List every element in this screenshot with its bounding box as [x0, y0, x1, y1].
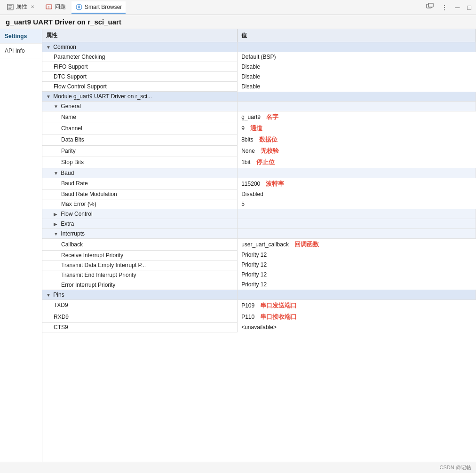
annotation-text: 名字 [261, 113, 278, 121]
data-row-value[interactable]: P109串口发送端口 [238, 300, 476, 311]
sidebar: Settings API Info [0, 29, 42, 470]
value-text: None [241, 148, 255, 154]
data-row-name: Receive Interrupt Priority [42, 250, 238, 260]
data-row-value[interactable]: 9通道 [238, 123, 476, 134]
annotation-text: 回调函数 [289, 240, 319, 249]
section-sub-row-value [238, 219, 476, 229]
annotation-text: 停止位 [251, 158, 275, 166]
page-title: g_uart9 UART Driver on r_sci_uart [0, 15, 476, 29]
data-row-value[interactable]: 5 [238, 199, 476, 209]
data-row-name: Error Interrupt Priority [42, 280, 238, 290]
section-row-name[interactable]: ▼ Common [42, 42, 238, 52]
section-sub-row-name[interactable]: ▶ Extra [42, 219, 238, 229]
toggle-icon[interactable]: ▼ [54, 104, 59, 109]
tab-properties[interactable]: 属性 ✕ [3, 1, 40, 14]
value-text: Disable [241, 63, 260, 70]
maximize-button[interactable]: □ [466, 3, 473, 12]
data-row-value[interactable]: None无校验 [238, 145, 476, 157]
value-text: P110 [241, 314, 254, 320]
toggle-icon[interactable]: ▼ [54, 231, 59, 236]
tab-problems[interactable]: ! 问题 [41, 1, 70, 14]
value-text: <unavailable> [241, 324, 277, 331]
tab-bar-actions: ⋮ ─ □ [424, 2, 473, 13]
properties-table: 属性 值 ▼ CommonParameter CheckingDefault (… [42, 29, 476, 332]
tab-smart-browser-label: Smart Browser [85, 4, 122, 10]
data-row-name: Transmit End Interrupt Priority [42, 270, 238, 280]
data-row-value[interactable]: user_uart_callback回调函数 [238, 239, 476, 250]
problems-icon: ! [45, 3, 53, 11]
data-row-value[interactable]: Priority 12 [238, 260, 476, 269]
data-row-value[interactable]: Priority 12 [238, 270, 476, 279]
col-header-property: 属性 [42, 29, 238, 42]
value-text: Priority 12 [241, 261, 267, 268]
toggle-icon[interactable]: ▼ [46, 94, 52, 99]
properties-icon [7, 3, 14, 11]
value-text: Disable [241, 73, 260, 80]
more-button[interactable]: ⋮ [439, 3, 450, 12]
section-row-value [238, 290, 476, 300]
tab-properties-label: 属性 [16, 3, 27, 11]
data-row-value[interactable]: P110串口接收端口 [238, 311, 476, 323]
data-row-value[interactable]: Disabled [238, 189, 476, 199]
data-row-name: Data Bits [42, 134, 238, 145]
section-row-value [238, 42, 476, 52]
data-row-value[interactable]: Priority 12 [238, 250, 476, 260]
section-sub-row-name[interactable]: ▼ General [42, 102, 238, 111]
minimize-button[interactable]: ─ [453, 3, 462, 12]
data-row-name: Name [42, 111, 238, 123]
col-header-value: 值 [238, 29, 476, 42]
svg-rect-11 [428, 3, 433, 7]
toggle-icon[interactable]: ▶ [54, 212, 59, 217]
data-row-value[interactable]: Disable [238, 62, 476, 71]
sidebar-item-settings[interactable]: Settings [0, 29, 42, 44]
value-text: P109 [241, 302, 254, 309]
data-row-value[interactable]: Disable [238, 82, 476, 91]
data-row-value[interactable]: Disable [238, 72, 476, 81]
annotation-text: 通道 [245, 124, 262, 133]
svg-point-7 [78, 6, 80, 8]
data-row-value[interactable]: g_uart9名字 [238, 111, 476, 123]
tab-problems-label: 问题 [55, 3, 66, 11]
section-row-value [238, 92, 476, 102]
data-row-value[interactable]: <unavailable> [238, 323, 476, 332]
tab-smart-browser[interactable]: Smart Browser [71, 1, 126, 14]
annotation-text: 波特率 [260, 180, 284, 188]
tab-properties-close[interactable]: ✕ [29, 4, 36, 10]
section-sub-row-value [238, 168, 476, 178]
toggle-icon[interactable]: ▶ [54, 221, 59, 227]
section-sub-row-value [238, 102, 476, 111]
value-text: user_uart_callback [241, 241, 289, 248]
toggle-icon[interactable]: ▼ [46, 45, 52, 50]
data-row-value[interactable]: 8bits数据位 [238, 134, 476, 145]
value-text: Default (BSP) [241, 54, 276, 60]
main-layout: Settings API Info 属性 值 ▼ CommonParameter… [0, 29, 476, 470]
section-row-name[interactable]: ▼ Pins [42, 290, 238, 300]
toggle-icon[interactable]: ▼ [54, 171, 59, 176]
data-row-name: Flow Control Support [42, 82, 238, 92]
data-row-value[interactable]: Priority 12 [238, 280, 476, 289]
section-sub-row-name[interactable]: ▼ Baud [42, 168, 238, 178]
data-row-name: Stop Bits [42, 157, 238, 168]
value-text: Disabled [241, 191, 263, 197]
sidebar-item-api-info[interactable]: API Info [0, 44, 42, 58]
section-row-name[interactable]: ▼ Module g_uart9 UART Driver on r_sci... [42, 92, 238, 102]
value-text: Priority 12 [241, 271, 267, 278]
data-row-name: TXD9 [42, 300, 238, 311]
data-row-value[interactable]: 1bit停止位 [238, 157, 476, 168]
value-text: 1bit [241, 159, 250, 166]
annotation-text: 无校验 [255, 147, 279, 155]
new-window-button[interactable] [424, 2, 436, 13]
value-text: 115200 [241, 181, 260, 187]
section-sub-row-name[interactable]: ▶ Flow Control [42, 209, 238, 219]
tab-bar: 属性 ✕ ! 问题 Smart Browser ⋮ ─ □ [0, 0, 476, 15]
data-row-value[interactable]: Default (BSP) [238, 52, 476, 62]
footer: CSDN @记帖 [0, 462, 476, 473]
data-row-name: Baud Rate Modulation [42, 189, 238, 199]
data-row-name: CTS9 [42, 323, 238, 332]
section-sub-row-value [238, 229, 476, 239]
data-row-value[interactable]: 115200波特率 [238, 178, 476, 189]
value-text: Disable [241, 83, 260, 90]
toggle-icon[interactable]: ▼ [46, 292, 52, 298]
section-sub-row-name[interactable]: ▼ Interrupts [42, 229, 238, 239]
data-row-name: DTC Support [42, 72, 238, 82]
